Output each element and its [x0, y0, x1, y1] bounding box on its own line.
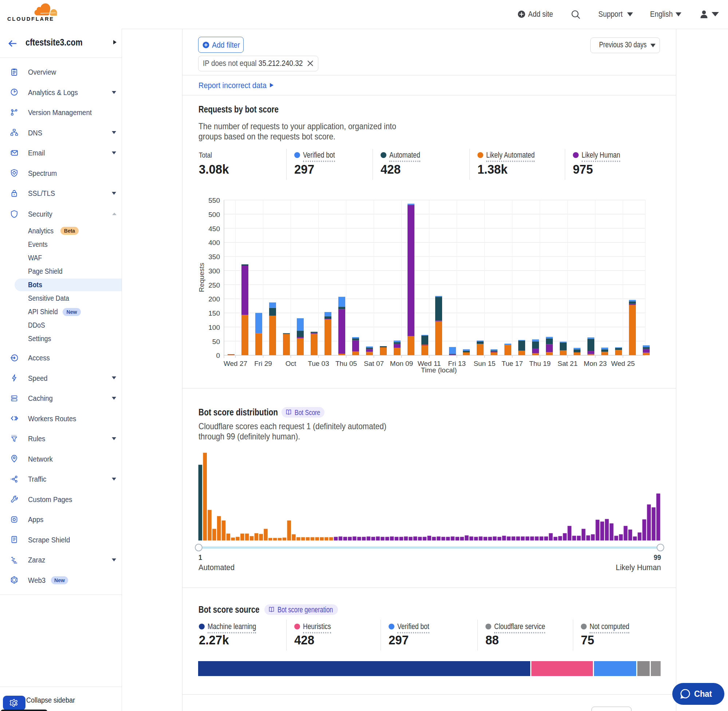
svg-text:Fri 29: Fri 29: [254, 360, 272, 367]
svg-text:500: 500: [208, 211, 220, 218]
svg-text:100: 100: [208, 324, 220, 331]
svg-text:300: 300: [208, 267, 220, 275]
svg-text:0: 0: [216, 352, 220, 359]
svg-text:Sat 21: Sat 21: [558, 360, 577, 367]
svg-text:250: 250: [208, 282, 220, 289]
svg-text:Thu 19: Thu 19: [529, 360, 551, 367]
svg-text:Sat 07: Sat 07: [364, 360, 384, 367]
svg-text:Requests: Requests: [198, 263, 205, 292]
svg-text:450: 450: [208, 225, 220, 233]
svg-text:350: 350: [208, 253, 220, 261]
svg-text:150: 150: [208, 310, 220, 317]
svg-text:Mon 23: Mon 23: [584, 360, 607, 367]
svg-text:Tue 03: Tue 03: [308, 360, 329, 367]
svg-text:50: 50: [212, 338, 220, 345]
svg-text:Thu 05: Thu 05: [335, 360, 357, 367]
svg-text:Tue 17: Tue 17: [502, 360, 523, 367]
svg-text:Mon 09: Mon 09: [390, 360, 413, 367]
svg-text:Time (local): Time (local): [421, 366, 457, 374]
svg-text:Wed 27: Wed 27: [224, 360, 247, 367]
svg-text:200: 200: [208, 295, 220, 303]
svg-text:Oct: Oct: [285, 360, 297, 367]
svg-text:400: 400: [208, 239, 220, 246]
svg-text:Sun 15: Sun 15: [473, 360, 495, 367]
svg-text:550: 550: [208, 196, 220, 204]
svg-text:Wed 25: Wed 25: [611, 360, 635, 367]
